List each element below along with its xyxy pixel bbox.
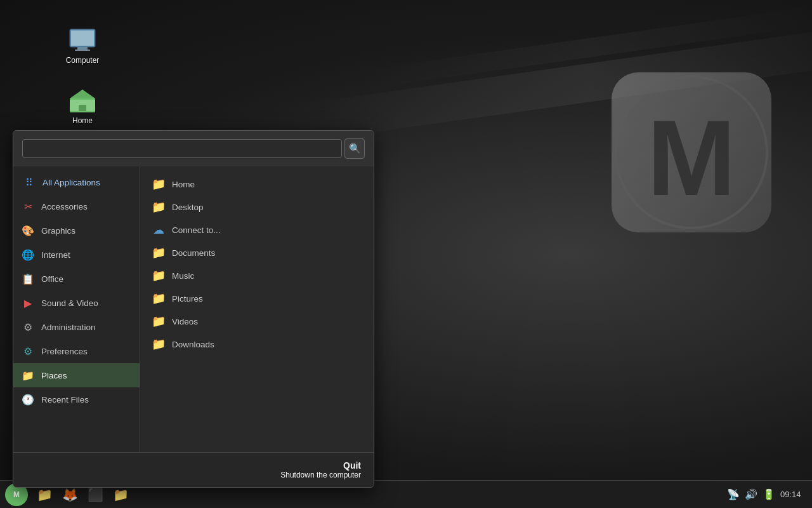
accessories-label: Accessories: [41, 202, 88, 211]
videos-place-label: Videos: [172, 317, 198, 326]
documents-place-icon: 📁: [152, 246, 166, 260]
svg-text:M: M: [647, 98, 736, 218]
desktop: M Computer Home 🔍: [0, 0, 812, 508]
category-internet[interactable]: 🌐 Internet: [13, 243, 140, 267]
all-apps-icon: ⠿: [22, 175, 36, 189]
graphics-icon: 🎨: [21, 224, 35, 237]
place-music[interactable]: 📁 Music: [145, 264, 369, 287]
category-all-applications[interactable]: ⠿ All Applications: [13, 170, 140, 194]
desktop-icon-home[interactable]: Home: [57, 86, 108, 125]
svg-rect-5: [77, 47, 88, 50]
accessories-icon: ✂: [21, 199, 35, 213]
search-icon: 🔍: [349, 143, 361, 154]
recent-files-label: Recent Files: [41, 395, 89, 404]
svg-text:M: M: [13, 490, 20, 499]
places-icon: 📁: [21, 368, 35, 382]
places-label: Places: [41, 371, 67, 380]
place-documents[interactable]: 📁 Documents: [145, 241, 369, 264]
sound-video-label: Sound & Video: [41, 298, 98, 308]
home-folder-icon: [67, 86, 98, 116]
place-desktop[interactable]: 📁 Desktop: [145, 196, 369, 218]
administration-label: Administration: [41, 323, 96, 332]
downloads-place-label: Downloads: [172, 340, 214, 349]
desktop-place-label: Desktop: [172, 203, 204, 212]
recent-files-icon: 🕐: [21, 392, 35, 406]
quit-label[interactable]: Quit: [280, 460, 361, 471]
office-label: Office: [41, 274, 63, 284]
home-place-label: Home: [172, 180, 195, 189]
place-connect[interactable]: ☁ Connect to...: [145, 218, 369, 241]
places-panel: 📁 Home 📁 Desktop ☁ Connect to... 📁 Docum…: [140, 166, 374, 452]
mint-logo-icon: M: [10, 488, 23, 502]
system-tray: 📡 🔊 🔋 09:14: [727, 488, 807, 500]
app-menu: 🔍 ⠿ All Applications ✂ Accessories: [13, 130, 374, 488]
graphics-label: Graphics: [41, 226, 75, 236]
category-recent-files[interactable]: 🕐 Recent Files: [13, 387, 140, 411]
svg-rect-6: [75, 50, 90, 51]
computer-label: Computer: [66, 56, 100, 65]
search-input[interactable]: [22, 139, 342, 158]
sound-video-icon: ▶: [21, 296, 35, 310]
category-sound-video[interactable]: ▶ Sound & Video: [13, 291, 140, 315]
place-downloads[interactable]: 📁 Downloads: [145, 333, 369, 356]
svg-rect-4: [71, 30, 94, 46]
desktop-icon-computer[interactable]: Computer: [57, 25, 108, 65]
category-accessories[interactable]: ✂ Accessories: [13, 194, 140, 218]
mint-logo: M: [603, 64, 780, 241]
internet-label: Internet: [41, 250, 70, 260]
category-places[interactable]: 📁 Places: [13, 363, 140, 387]
category-office[interactable]: 📋 Office: [13, 267, 140, 291]
pictures-place-label: Pictures: [172, 294, 203, 304]
menu-body: ⠿ All Applications ✂ Accessories 🎨 Graph…: [13, 166, 374, 452]
category-administration[interactable]: ⚙ Administration: [13, 315, 140, 339]
files2-icon: 📁: [113, 487, 129, 502]
documents-place-label: Documents: [172, 248, 215, 258]
pictures-place-icon: 📁: [152, 291, 166, 305]
all-apps-label: All Applications: [43, 178, 100, 187]
place-pictures[interactable]: 📁 Pictures: [145, 287, 369, 310]
categories-panel: ⠿ All Applications ✂ Accessories 🎨 Graph…: [13, 166, 140, 452]
category-preferences[interactable]: ⚙ Preferences: [13, 339, 140, 363]
category-graphics[interactable]: 🎨 Graphics: [13, 218, 140, 243]
music-place-icon: 📁: [152, 269, 166, 283]
preferences-icon: ⚙: [21, 344, 35, 358]
firefox-icon: 🦊: [62, 487, 78, 502]
administration-icon: ⚙: [21, 320, 35, 334]
files-icon: 📁: [37, 487, 53, 502]
office-icon: 📋: [21, 272, 35, 286]
terminal-icon: ⬛: [88, 487, 103, 502]
home-place-icon: 📁: [152, 177, 166, 191]
clock: 09:14: [780, 490, 807, 499]
preferences-label: Preferences: [41, 347, 88, 356]
internet-icon: 🌐: [21, 248, 35, 262]
computer-icon: [67, 25, 98, 56]
volume-tray-icon[interactable]: 🔊: [745, 488, 757, 500]
place-home[interactable]: 📁 Home: [145, 173, 369, 196]
search-bar: 🔍: [13, 131, 374, 166]
connect-place-label: Connect to...: [172, 225, 221, 235]
connect-place-icon: ☁: [152, 223, 166, 237]
desktop-place-icon: 📁: [152, 200, 166, 214]
search-button[interactable]: 🔍: [344, 138, 365, 159]
shutdown-label: Shutdown the computer: [280, 471, 361, 479]
home-label: Home: [72, 116, 93, 125]
network-tray-icon[interactable]: 📡: [727, 488, 740, 500]
place-videos[interactable]: 📁 Videos: [145, 310, 369, 333]
menu-footer: Quit Shutdown the computer: [13, 452, 374, 487]
battery-tray-icon[interactable]: 🔋: [763, 488, 775, 500]
videos-place-icon: 📁: [152, 314, 166, 328]
music-place-label: Music: [172, 271, 194, 281]
downloads-place-icon: 📁: [152, 337, 166, 351]
svg-rect-10: [79, 105, 86, 111]
